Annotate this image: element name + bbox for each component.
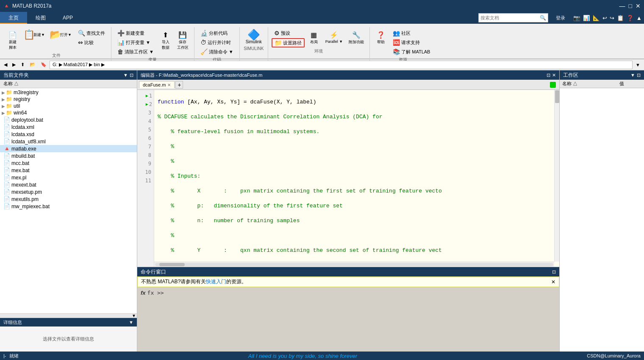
- new-script-button[interactable]: 📄 新建脚本: [5, 29, 20, 52]
- code-line-7: % X : pxn matrix containing the first se…: [158, 187, 556, 195]
- parallel-icon: ⚡: [329, 30, 339, 39]
- list-item[interactable]: ▶ 📁 win64: [0, 109, 137, 116]
- file-name: matlab.exe: [11, 146, 36, 152]
- community-button[interactable]: 👥 社区: [390, 29, 433, 37]
- list-item[interactable]: ▶ 📁 util: [0, 103, 137, 109]
- learn-matlab-button[interactable]: 📚 了解 MATLAB: [390, 47, 433, 56]
- quick-start-link[interactable]: 快速入门: [206, 279, 226, 285]
- details-expand-button[interactable]: ▼: [129, 320, 133, 325]
- bookmark-button[interactable]: 🔖: [39, 61, 49, 68]
- clear-cmd-button[interactable]: 🧹 清除命令 ▼: [198, 47, 236, 56]
- forward-button[interactable]: ▶: [10, 61, 18, 68]
- cmd-prompt: fx >>: [147, 290, 164, 296]
- details-panel: 详细信息 ▼ 选择文件以查看详细信息: [0, 318, 137, 352]
- list-item[interactable]: 📄 mexsetup.pm: [0, 188, 137, 195]
- file-name: mex.pl: [11, 175, 26, 181]
- preferences-button[interactable]: ⚙ 预设: [272, 29, 305, 37]
- code-editor[interactable]: function [Ax, Ay, Xs, Ys] = dcaFuse(X, Y…: [154, 90, 559, 267]
- breadcrumb[interactable]: G: ▶ Matlab2017 ▶ bin ▶: [50, 61, 633, 69]
- list-item[interactable]: ▶ 📁 registry: [0, 96, 137, 103]
- toolbar: ◀ ▶ ⬆ 📂 🔖 G: ▶ Matlab2017 ▶ bin ▶ ▼: [0, 59, 644, 70]
- editor-menu-button[interactable]: ⊡: [547, 73, 550, 78]
- search-icon: 🔍: [540, 15, 546, 21]
- command-input[interactable]: [166, 290, 556, 296]
- simulink-button[interactable]: 🔷 Simulink: [243, 29, 264, 45]
- browse-folder-button[interactable]: 📂: [28, 61, 38, 68]
- workspace-menu-button[interactable]: ▼: [630, 73, 635, 78]
- workspace-expand-button[interactable]: ⊡: [637, 73, 641, 78]
- compare-button[interactable]: ⇔ 比较: [75, 38, 108, 47]
- add-tab-button[interactable]: +: [175, 81, 183, 89]
- tab-close-icon[interactable]: ✕: [167, 83, 171, 87]
- run-time-icon: ⏱: [200, 39, 206, 46]
- request-support-button[interactable]: 🆘 请求支持: [390, 38, 433, 47]
- list-item[interactable]: 📄 lcdata.xml: [0, 123, 137, 131]
- list-item[interactable]: 🔺 matlab.exe: [0, 145, 137, 152]
- back-button[interactable]: ◀: [2, 61, 9, 68]
- left-panel: 当前文件夹 ▼ ⊡ 名称 △ ▶ 📁 m3iregistry ▶ 📁 regis…: [0, 70, 137, 352]
- layout-button[interactable]: ▦ 布局: [306, 29, 322, 46]
- list-item[interactable]: 📄 mex.pl: [0, 174, 137, 181]
- toolbar-icon-6[interactable]: 📋: [616, 14, 625, 22]
- notice-close-button[interactable]: ✕: [551, 279, 555, 285]
- file-browser-expand-button[interactable]: ⊡: [130, 73, 133, 78]
- set-path-button[interactable]: 📁 设置路径: [272, 38, 305, 47]
- list-item[interactable]: 📄 mexutils.pm: [0, 195, 137, 203]
- open-button[interactable]: 📂 打开▼: [49, 29, 74, 41]
- search-input[interactable]: [480, 15, 540, 20]
- list-item[interactable]: 📄 mex.bat: [0, 167, 137, 174]
- tab-home[interactable]: 主页: [0, 12, 27, 24]
- parallel-button[interactable]: ⚡ Parallel ▼: [323, 29, 345, 45]
- analyze-code-button[interactable]: 🔬 分析代码: [198, 29, 236, 37]
- add-ons-button[interactable]: 🔧 附加功能: [347, 29, 366, 46]
- simulink-icon: 🔷: [249, 30, 258, 39]
- editor-vertical-scrollbar[interactable]: [554, 90, 559, 262]
- search-area[interactable]: 🔍: [478, 13, 548, 22]
- login-button[interactable]: 登录: [552, 14, 569, 22]
- toolbar-icon-5[interactable]: ↪: [609, 14, 615, 22]
- file-browser-menu-button[interactable]: ▼: [123, 73, 128, 78]
- cmd-menu-button[interactable]: ⊡: [552, 269, 556, 275]
- list-item[interactable]: 📄 mexext.bat: [0, 181, 137, 188]
- list-item[interactable]: 📄 deploytool.bat: [0, 116, 137, 123]
- editor-tab-dcafuse[interactable]: dcaFuse.m ✕: [139, 81, 175, 88]
- editor-title: 编辑器 - F:\Matlab_workspace\dcaFuse-master…: [141, 72, 262, 78]
- save-workspace-button[interactable]: 💾 保存工作区: [175, 29, 191, 52]
- run-time-button[interactable]: ⏱ 运行并计时: [198, 38, 236, 47]
- workspace-title: 工作区: [563, 72, 578, 79]
- list-item[interactable]: 📄 lcdata_utf8.xml: [0, 138, 137, 145]
- collapse-ribbon-button[interactable]: ▲: [636, 14, 642, 22]
- toolbar-icon-2[interactable]: 📊: [583, 14, 591, 22]
- toolbar-icon-3[interactable]: 📐: [592, 14, 600, 22]
- new-button[interactable]: 📋 新建▼: [22, 29, 47, 41]
- help-button[interactable]: ❓ 帮助: [373, 29, 389, 46]
- list-item[interactable]: ▶ 📁 m3iregistry: [0, 89, 137, 96]
- find-files-button[interactable]: 🔍 查找文件: [75, 29, 108, 37]
- clear-workspace-button[interactable]: 🗑 清除工作区 ▼: [115, 47, 156, 56]
- tab-plot[interactable]: 绘图: [27, 12, 54, 24]
- list-item[interactable]: 📄 mw_mpiexec.bat: [0, 203, 137, 210]
- editor-header: 编辑器 - F:\Matlab_workspace\dcaFuse-master…: [137, 70, 559, 80]
- import-data-button[interactable]: ⬆ 导入数据: [158, 29, 173, 52]
- editor-close-button[interactable]: ✕: [552, 73, 556, 78]
- open-var-button[interactable]: 📊 打开变量 ▼: [115, 38, 156, 47]
- preferences-icon: ⚙: [274, 30, 280, 36]
- new-var-button[interactable]: ➕ 新建变量: [115, 29, 156, 37]
- toolbar-icon-4[interactable]: ↩: [602, 14, 608, 22]
- list-item[interactable]: 📄 lcdata.xsd: [0, 131, 137, 138]
- toolbar-icon-1[interactable]: 📷: [573, 14, 581, 22]
- minimize-button[interactable]: —: [619, 3, 625, 9]
- list-item[interactable]: 📄 mbuild.bat: [0, 152, 137, 159]
- analyze-icon: 🔬: [200, 30, 208, 36]
- close-button[interactable]: ✕: [636, 3, 641, 9]
- title-bar-controls[interactable]: — □ ✕: [619, 3, 641, 9]
- code-line-2: % DCAFUSE calculates the Discriminant Co…: [158, 113, 556, 121]
- up-folder-button[interactable]: ⬆: [19, 61, 27, 68]
- address-dropdown-button[interactable]: ▼: [633, 61, 642, 68]
- toolbar-icon-7[interactable]: ❓: [626, 14, 634, 22]
- tab-app[interactable]: APP: [54, 12, 81, 24]
- editor-horizontal-scrollbar[interactable]: [154, 262, 554, 267]
- list-item[interactable]: 📄 mcc.bat: [0, 159, 137, 167]
- fx-icon: fx: [141, 290, 146, 296]
- maximize-button[interactable]: □: [629, 3, 632, 9]
